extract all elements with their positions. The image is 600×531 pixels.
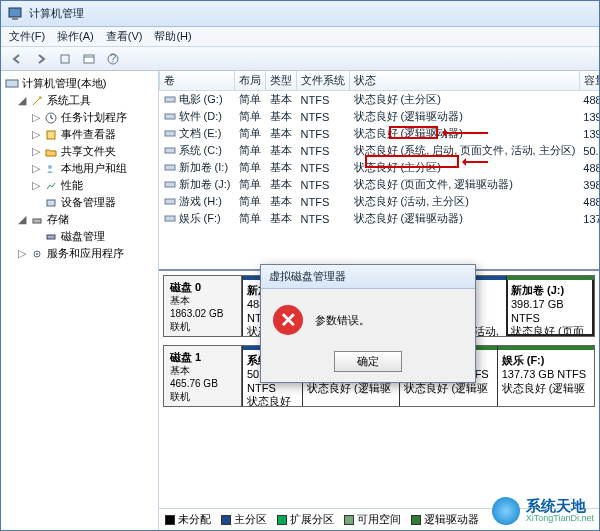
- folder-icon: [44, 145, 58, 159]
- watermark-en: XiTongTianDi.net: [526, 514, 594, 523]
- col-fs[interactable]: 文件系统: [297, 71, 350, 91]
- table-row[interactable]: 文档 (E:)简单基本NTFS状态良好 (逻辑驱动器)139.01 GB103.…: [160, 125, 600, 142]
- col-status[interactable]: 状态: [350, 71, 580, 91]
- error-dialog: 虚拟磁盘管理器 ✕ 参数错误。 确定: [260, 264, 476, 383]
- drive-icon: [164, 213, 176, 225]
- col-volume[interactable]: 卷: [160, 71, 235, 91]
- nav-systools[interactable]: ◢系统工具: [3, 92, 156, 109]
- nav-users[interactable]: ▷本地用户和组: [3, 160, 156, 177]
- expand-icon[interactable]: ▷: [17, 247, 27, 260]
- table-row[interactable]: 娱乐 (F:)简单基本NTFS状态良好 (逻辑驱动器)137.73 GB81.6…: [160, 210, 600, 227]
- table-row[interactable]: 游戏 (H:)简单基本NTFS状态良好 (活动, 主分区)488.28 GB37…: [160, 193, 600, 210]
- refresh-icon[interactable]: [55, 50, 75, 68]
- window-title: 计算机管理: [29, 6, 593, 21]
- device-icon: [44, 196, 58, 210]
- col-capacity[interactable]: 容量: [579, 71, 599, 91]
- svg-rect-1: [12, 18, 18, 20]
- svg-rect-2: [61, 55, 69, 63]
- menu-view[interactable]: 查看(V): [106, 29, 143, 44]
- nav-event[interactable]: ▷事件查看器: [3, 126, 156, 143]
- properties-icon[interactable]: [79, 50, 99, 68]
- storage-icon: [30, 213, 44, 227]
- menu-file[interactable]: 文件(F): [9, 29, 45, 44]
- annotation-box: [389, 126, 438, 139]
- disk-icon: [44, 230, 58, 244]
- drive-icon: [164, 111, 176, 123]
- collapse-icon[interactable]: ◢: [17, 213, 27, 226]
- watermark-cn: 系统天地: [526, 498, 594, 514]
- svg-rect-18: [165, 131, 175, 136]
- volume-block[interactable]: 新加卷 (J:)398.17 GB NTFS状态良好 (页面文: [506, 276, 594, 336]
- col-type[interactable]: 类型: [266, 71, 297, 91]
- expand-icon[interactable]: ▷: [31, 179, 41, 192]
- svg-rect-11: [47, 200, 55, 206]
- expand-icon[interactable]: ▷: [31, 111, 41, 124]
- volume-list[interactable]: 卷 布局 类型 文件系统 状态 容量 可用空间 电影 (G:)简单基本NTFS状…: [159, 71, 599, 271]
- legend-extended: 扩展分区: [277, 512, 334, 527]
- menu-help[interactable]: 帮助(H): [154, 29, 191, 44]
- svg-rect-9: [47, 131, 55, 139]
- svg-point-15: [36, 253, 38, 255]
- drive-icon: [164, 179, 176, 191]
- toolbar: ?: [1, 47, 599, 71]
- ok-button[interactable]: 确定: [334, 351, 402, 372]
- nav-services[interactable]: ▷服务和应用程序: [3, 245, 156, 262]
- back-icon[interactable]: [7, 50, 27, 68]
- expand-icon[interactable]: ▷: [31, 128, 41, 141]
- dialog-message: 参数错误。: [315, 313, 370, 328]
- menu-action[interactable]: 操作(A): [57, 29, 94, 44]
- svg-rect-17: [165, 114, 175, 119]
- table-row[interactable]: 软件 (D:)简单基本NTFS状态良好 (逻辑驱动器)139.01 GB122.…: [160, 108, 600, 125]
- forward-icon[interactable]: [31, 50, 51, 68]
- volume-block[interactable]: 娱乐 (F:)137.73 GB NTFS状态良好 (逻辑驱: [497, 346, 594, 406]
- nav-diskmgmt[interactable]: 磁盘管理: [3, 228, 156, 245]
- nav-tree[interactable]: 计算机管理(本地) ◢系统工具 ▷任务计划程序 ▷事件查看器 ▷共享文件夹 ▷本…: [1, 71, 159, 530]
- watermark: 系统天地 XiTongTianDi.net: [492, 497, 594, 525]
- nav-storage[interactable]: ◢存储: [3, 211, 156, 228]
- nav-shared[interactable]: ▷共享文件夹: [3, 143, 156, 160]
- nav-root[interactable]: 计算机管理(本地): [3, 75, 156, 92]
- svg-point-10: [48, 165, 52, 169]
- drive-icon: [164, 145, 176, 157]
- nav-task[interactable]: ▷任务计划程序: [3, 109, 156, 126]
- svg-rect-3: [84, 55, 94, 63]
- annotation-arrow: [464, 161, 488, 163]
- app-icon: [7, 6, 23, 22]
- legend-unallocated: 未分配: [165, 512, 211, 527]
- drive-icon: [164, 94, 176, 106]
- menubar: 文件(F) 操作(A) 查看(V) 帮助(H): [1, 27, 599, 47]
- nav-perf[interactable]: ▷性能: [3, 177, 156, 194]
- svg-rect-7: [6, 80, 18, 87]
- disk-header[interactable]: 磁盘 0基本1863.02 GB联机: [164, 276, 242, 336]
- nav-devmgr[interactable]: 设备管理器: [3, 194, 156, 211]
- annotation-arrow: [444, 132, 488, 134]
- table-row[interactable]: 新加卷 (J:)简单基本NTFS状态良好 (页面文件, 逻辑驱动器)398.17…: [160, 176, 600, 193]
- help-icon[interactable]: ?: [103, 50, 123, 68]
- event-icon: [44, 128, 58, 142]
- svg-rect-0: [9, 8, 21, 17]
- perf-icon: [44, 179, 58, 193]
- annotation-box: [365, 155, 459, 168]
- titlebar[interactable]: 计算机管理: [1, 1, 599, 27]
- collapse-icon[interactable]: ◢: [17, 94, 27, 107]
- legend-logical: 逻辑驱动器: [411, 512, 479, 527]
- expand-icon[interactable]: ▷: [31, 162, 41, 175]
- drive-icon: [164, 162, 176, 174]
- col-layout[interactable]: 布局: [235, 71, 266, 91]
- svg-rect-19: [165, 148, 175, 153]
- svg-rect-20: [165, 165, 175, 170]
- tools-icon: [30, 94, 44, 108]
- logo-icon: [492, 497, 520, 525]
- users-icon: [44, 162, 58, 176]
- svg-rect-22: [165, 199, 175, 204]
- disk-header[interactable]: 磁盘 1基本465.76 GB联机: [164, 346, 242, 406]
- error-icon: ✕: [273, 305, 303, 335]
- table-row[interactable]: 电影 (G:)简单基本NTFS状态良好 (主分区)488.28 GB285.98…: [160, 91, 600, 109]
- computer-icon: [5, 77, 19, 91]
- clock-icon: [44, 111, 58, 125]
- svg-rect-13: [47, 235, 55, 239]
- dialog-title[interactable]: 虚拟磁盘管理器: [261, 265, 475, 289]
- expand-icon[interactable]: ▷: [31, 145, 41, 158]
- svg-rect-21: [165, 182, 175, 187]
- drive-icon: [164, 128, 176, 140]
